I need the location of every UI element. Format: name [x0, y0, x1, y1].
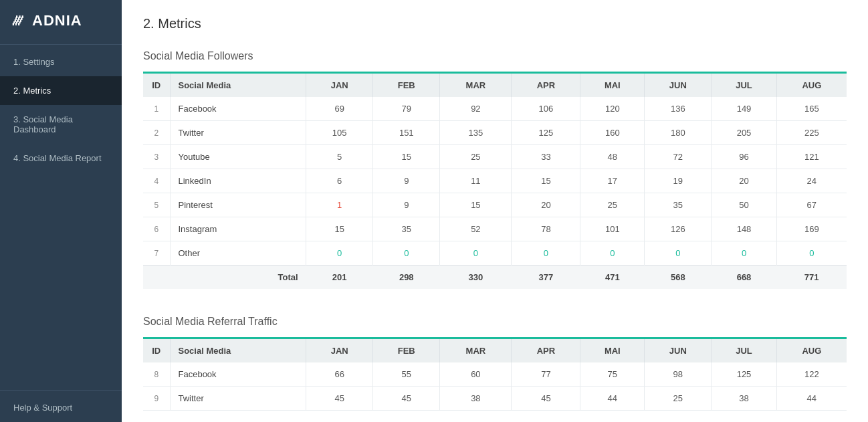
cell-mai: 17 — [580, 169, 645, 193]
cell-jul: 125 — [712, 362, 776, 387]
sidebar-item-social-dashboard[interactable]: 3. Social Media Dashboard — [0, 105, 122, 144]
total-jul: 668 — [712, 266, 776, 290]
cell-feb: 79 — [373, 97, 440, 121]
cell-feb: 151 — [373, 121, 440, 145]
ref-col-aug: AUG — [776, 338, 847, 363]
col-jun: JUN — [645, 73, 712, 98]
cell-jan: 15 — [306, 217, 373, 241]
total-aug: 771 — [776, 266, 847, 290]
col-social-media: Social Media — [170, 73, 306, 98]
cell-jun: 136 — [645, 97, 712, 121]
followers-section-title: Social Media Followers — [143, 50, 847, 62]
cell-mai: 25 — [580, 193, 645, 217]
total-feb: 298 — [373, 266, 440, 290]
cell-apr: 125 — [512, 121, 580, 145]
cell-mai: 160 — [580, 121, 645, 145]
cell-aug: 169 — [776, 217, 847, 241]
ref-col-mar: MAR — [440, 338, 512, 363]
cell-jan: 0 — [306, 241, 373, 266]
cell-apr: 33 — [512, 145, 580, 169]
sidebar-item-settings[interactable]: 1. Settings — [0, 47, 122, 76]
cell-name: Facebook — [170, 362, 306, 387]
cell-jul: 50 — [712, 193, 776, 217]
cell-feb: 9 — [373, 193, 440, 217]
cell-apr: 106 — [512, 97, 580, 121]
total-mar: 330 — [440, 266, 512, 290]
ref-col-apr: APR — [512, 338, 580, 363]
cell-apr: 20 — [512, 193, 580, 217]
col-aug: AUG — [776, 73, 847, 98]
cell-name: LinkedIn — [170, 169, 306, 193]
total-jan: 201 — [306, 266, 373, 290]
ref-col-jan: JAN — [306, 338, 373, 363]
cell-id: 4 — [143, 169, 170, 193]
cell-feb: 9 — [373, 169, 440, 193]
cell-mar: 52 — [440, 217, 512, 241]
cell-feb: 0 — [373, 241, 440, 266]
logo-area: ⫻ ADNIA — [0, 0, 122, 41]
cell-jul: 0 — [712, 241, 776, 266]
sidebar-item-metrics[interactable]: 2. Metrics — [0, 76, 122, 105]
col-mai: MAI — [580, 73, 645, 98]
sidebar-item-help[interactable]: Help & Support — [0, 393, 122, 422]
cell-aug: 121 — [776, 145, 847, 169]
cell-jun: 0 — [645, 241, 712, 266]
cell-aug: 165 — [776, 97, 847, 121]
ref-col-jun: JUN — [645, 338, 712, 363]
cell-jun: 98 — [645, 362, 712, 387]
cell-id: 8 — [143, 362, 170, 387]
page-title: 2. Metrics — [143, 16, 847, 31]
cell-name: Twitter — [170, 121, 306, 145]
table-row: 4LinkedIn69111517192024 — [143, 169, 847, 193]
cell-aug: 0 — [776, 241, 847, 266]
cell-id: 5 — [143, 193, 170, 217]
cell-mai: 44 — [580, 387, 645, 411]
col-apr: APR — [512, 73, 580, 98]
ref-col-id: ID — [143, 338, 170, 363]
cell-jan: 105 — [306, 121, 373, 145]
cell-name: Youtube — [170, 145, 306, 169]
cell-mai: 0 — [580, 241, 645, 266]
cell-id: 9 — [143, 387, 170, 411]
cell-jan: 1 — [306, 193, 373, 217]
followers-table: ID Social Media JAN FEB MAR APR MAI JUN … — [143, 72, 847, 289]
cell-id: 7 — [143, 241, 170, 266]
ref-col-jul: JUL — [712, 338, 776, 363]
cell-jun: 126 — [645, 217, 712, 241]
sidebar-item-social-report[interactable]: 4. Social Media Report — [0, 144, 122, 173]
table-row: 7Other00000000 — [143, 241, 847, 266]
cell-mar: 25 — [440, 145, 512, 169]
cell-mar: 60 — [440, 362, 512, 387]
cell-aug: 24 — [776, 169, 847, 193]
cell-mar: 92 — [440, 97, 512, 121]
cell-jul: 205 — [712, 121, 776, 145]
cell-name: Facebook — [170, 97, 306, 121]
cell-aug: 67 — [776, 193, 847, 217]
table-row: 5Pinterest19152025355067 — [143, 193, 847, 217]
cell-jan: 45 — [306, 387, 373, 411]
cell-jan: 5 — [306, 145, 373, 169]
cell-jun: 35 — [645, 193, 712, 217]
total-label: Total — [143, 266, 306, 290]
cell-jul: 96 — [712, 145, 776, 169]
cell-jan: 66 — [306, 362, 373, 387]
logo-icon: ⫻ — [11, 12, 25, 29]
cell-feb: 35 — [373, 217, 440, 241]
cell-feb: 55 — [373, 362, 440, 387]
cell-jan: 69 — [306, 97, 373, 121]
cell-name: Instagram — [170, 217, 306, 241]
ref-col-feb: FEB — [373, 338, 440, 363]
table-row: 2Twitter105151135125160180205225 — [143, 121, 847, 145]
cell-apr: 15 — [512, 169, 580, 193]
cell-mar: 15 — [440, 193, 512, 217]
cell-jul: 149 — [712, 97, 776, 121]
cell-mai: 101 — [580, 217, 645, 241]
cell-apr: 45 — [512, 387, 580, 411]
cell-mai: 75 — [580, 362, 645, 387]
cell-mai: 120 — [580, 97, 645, 121]
cell-aug: 225 — [776, 121, 847, 145]
cell-name: Pinterest — [170, 193, 306, 217]
total-mai: 471 — [580, 266, 645, 290]
cell-aug: 122 — [776, 362, 847, 387]
table-row: 8Facebook665560777598125122 — [143, 362, 847, 387]
